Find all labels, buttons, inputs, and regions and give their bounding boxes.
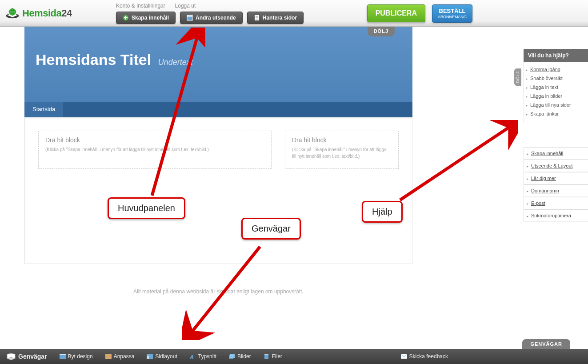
action-buttons: PUBLICERA BESTÄLL ABONNEMANG xyxy=(367,4,472,23)
manage-pages-button[interactable]: Hantera sidor xyxy=(247,12,304,24)
help-header: Vill du ha hjälp? xyxy=(524,49,588,62)
palette-icon xyxy=(105,354,112,359)
dropzone-right[interactable]: Dra hit block (Klicka på "Skapa innehåll… xyxy=(285,131,399,169)
help-link[interactable]: Sökmotoroptimera xyxy=(531,213,571,218)
annotation-main-panel: Huvudpanelen xyxy=(108,197,185,219)
help-list-getting-started: Komma igång Snabb översikt Lägga in text… xyxy=(524,62,588,123)
shortcut-sidlayout[interactable]: Sidlayout xyxy=(147,353,177,360)
nav-home[interactable]: Startsida xyxy=(24,102,64,117)
hide-tab[interactable]: DÖLJ xyxy=(368,27,395,36)
help-link[interactable]: Komma igång xyxy=(530,67,560,72)
arrow-help xyxy=(396,120,518,204)
top-links: Konto & Inställningar | Logga ut xyxy=(116,3,196,9)
book-icon xyxy=(7,353,16,360)
mail-icon xyxy=(401,354,407,359)
arrow-shortcuts xyxy=(182,240,267,340)
svg-line-11 xyxy=(189,247,260,336)
help-link[interactable]: E-post xyxy=(531,200,545,206)
site-header: DÖLJ Hemsidans Titel Undertext xyxy=(24,27,412,102)
help-link[interactable]: Lär dig mer xyxy=(531,176,556,181)
account-link[interactable]: Konto & Inställningar xyxy=(116,3,165,9)
page-icon xyxy=(254,15,260,21)
shortcut-filer[interactable]: Filer xyxy=(264,353,282,360)
help-link[interactable]: Lägga till nya sidor xyxy=(530,102,571,108)
globe-book-icon xyxy=(4,7,20,20)
svg-rect-21 xyxy=(264,354,268,355)
shortcut-feedback[interactable]: Skicka feedback xyxy=(401,353,448,360)
shortcut-byt-design[interactable]: Byt design xyxy=(60,353,93,360)
svg-rect-15 xyxy=(105,354,112,359)
svg-rect-14 xyxy=(60,354,66,355)
help-hide-tab[interactable]: DÖLJ xyxy=(514,68,521,86)
images-icon xyxy=(229,354,235,359)
shortcut-anpassa[interactable]: Anpassa xyxy=(105,353,135,360)
brand-name: Hemsida24 xyxy=(22,8,72,19)
main-toolbar: Skapa innehåll Ändra utseende Hantera si… xyxy=(116,12,304,24)
shortcut-bilder[interactable]: Bilder xyxy=(229,353,251,360)
svg-line-10 xyxy=(152,32,199,196)
help-link[interactable]: Skapa innehåll xyxy=(531,151,563,156)
help-list-sections: Skapa innehåll Utseende & Layout Lär dig… xyxy=(524,147,588,222)
create-content-button[interactable]: Skapa innehåll xyxy=(116,12,176,24)
order-subscription-button[interactable]: BESTÄLL ABONNEMANG xyxy=(432,4,472,23)
help-link[interactable]: Lägga in bilder xyxy=(530,93,562,99)
help-panel: DÖLJ Vill du ha hjälp? Komma igång Snabb… xyxy=(524,49,588,222)
drop-hint: (Klicka på "Skapa innehåll" i menyn för … xyxy=(292,146,392,160)
help-link[interactable]: Lägga in text xyxy=(530,84,558,90)
drop-title: Dra hit block xyxy=(292,136,392,144)
shortcut-typsnitt[interactable]: ATypsnitt xyxy=(190,353,216,360)
annotation-shortcuts: Genvägar xyxy=(241,218,301,240)
font-icon: A xyxy=(190,354,196,359)
shortcuts-bar: Genvägar Byt design Anpassa Sidlayout AT… xyxy=(0,349,588,364)
files-icon xyxy=(264,354,270,359)
brand-logo[interactable]: Hemsida24 xyxy=(4,0,72,27)
site-nav: Startsida xyxy=(24,102,412,117)
plus-circle-icon xyxy=(123,15,129,21)
logout-link[interactable]: Logga ut xyxy=(175,3,196,9)
svg-line-12 xyxy=(400,124,513,200)
annotation-help: Hjälp xyxy=(362,201,403,223)
grid-icon xyxy=(60,354,66,359)
help-link[interactable]: Domännamn xyxy=(531,188,559,193)
site-title[interactable]: Hemsidans Titel xyxy=(36,51,151,68)
svg-rect-5 xyxy=(187,15,192,17)
shortcuts-title: Genvägar xyxy=(7,353,47,360)
help-link[interactable]: Utseende & Layout xyxy=(531,163,573,168)
arrow-main-panel xyxy=(148,28,205,196)
publish-button[interactable]: PUBLICERA xyxy=(367,4,425,22)
change-appearance-button[interactable]: Ändra utseende xyxy=(180,12,243,24)
layout-icon xyxy=(147,354,153,359)
shortcuts-tab[interactable]: GENVÄGAR xyxy=(522,339,570,349)
help-link[interactable]: Snabb översikt xyxy=(530,76,563,81)
top-bar: Hemsida24 Konto & Inställningar | Logga … xyxy=(0,0,588,27)
svg-rect-19 xyxy=(230,354,235,358)
svg-rect-17 xyxy=(147,356,149,359)
help-link[interactable]: Skapa länkar xyxy=(530,111,559,116)
layout-icon xyxy=(187,15,193,21)
